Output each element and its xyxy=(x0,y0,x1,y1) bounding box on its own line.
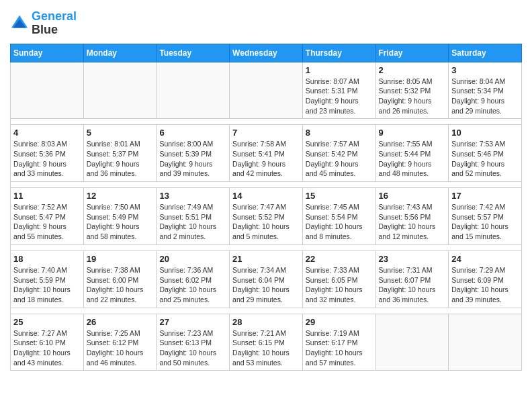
calendar-week-row: 11Sunrise: 7:52 AM Sunset: 5:47 PM Dayli… xyxy=(11,188,522,245)
calendar-week-row: 18Sunrise: 7:40 AM Sunset: 5:59 PM Dayli… xyxy=(11,250,522,308)
day-info: Sunrise: 8:07 AM Sunset: 5:31 PM Dayligh… xyxy=(306,77,373,116)
day-number: 15 xyxy=(306,191,373,201)
calendar-cell: 19Sunrise: 7:38 AM Sunset: 6:00 PM Dayli… xyxy=(83,250,157,308)
logo: General Blue xyxy=(10,10,77,37)
calendar-cell: 17Sunrise: 7:42 AM Sunset: 5:57 PM Dayli… xyxy=(449,188,522,245)
day-number: 5 xyxy=(87,128,154,138)
day-info: Sunrise: 7:43 AM Sunset: 5:56 PM Dayligh… xyxy=(379,202,446,242)
calendar-cell: 29Sunrise: 7:19 AM Sunset: 6:17 PM Dayli… xyxy=(302,314,375,371)
day-of-week-header: Friday xyxy=(375,44,449,62)
calendar-week-row: 1Sunrise: 8:07 AM Sunset: 5:31 PM Daylig… xyxy=(11,62,522,119)
calendar-week-row: 4Sunrise: 8:03 AM Sunset: 5:36 PM Daylig… xyxy=(11,125,522,182)
page-header: General Blue xyxy=(10,10,522,37)
day-info: Sunrise: 7:42 AM Sunset: 5:57 PM Dayligh… xyxy=(451,202,519,242)
calendar-cell: 25Sunrise: 7:27 AM Sunset: 6:10 PM Dayli… xyxy=(11,314,84,371)
day-number: 1 xyxy=(306,65,373,75)
calendar-cell: 13Sunrise: 7:49 AM Sunset: 5:51 PM Dayli… xyxy=(157,188,230,245)
calendar-cell: 26Sunrise: 7:25 AM Sunset: 6:12 PM Dayli… xyxy=(83,314,157,371)
day-number: 6 xyxy=(159,128,226,138)
calendar-week-row: 25Sunrise: 7:27 AM Sunset: 6:10 PM Dayli… xyxy=(11,314,522,371)
day-info: Sunrise: 7:33 AM Sunset: 6:05 PM Dayligh… xyxy=(306,265,373,305)
day-info: Sunrise: 7:23 AM Sunset: 6:13 PM Dayligh… xyxy=(159,328,226,368)
day-info: Sunrise: 7:27 AM Sunset: 6:10 PM Dayligh… xyxy=(13,328,81,368)
calendar-cell xyxy=(157,62,230,119)
calendar-cell xyxy=(83,62,157,119)
day-info: Sunrise: 7:31 AM Sunset: 6:07 PM Dayligh… xyxy=(379,265,446,305)
calendar-cell: 12Sunrise: 7:50 AM Sunset: 5:49 PM Dayli… xyxy=(83,188,157,245)
day-number: 26 xyxy=(87,317,154,327)
day-number: 24 xyxy=(451,254,519,264)
day-info: Sunrise: 7:29 AM Sunset: 6:09 PM Dayligh… xyxy=(451,265,519,305)
day-of-week-header: Wednesday xyxy=(230,44,303,62)
day-info: Sunrise: 7:34 AM Sunset: 6:04 PM Dayligh… xyxy=(232,265,300,305)
calendar-cell xyxy=(449,314,522,371)
calendar-cell: 28Sunrise: 7:21 AM Sunset: 6:15 PM Dayli… xyxy=(230,314,303,371)
day-info: Sunrise: 8:04 AM Sunset: 5:34 PM Dayligh… xyxy=(451,77,519,116)
day-info: Sunrise: 7:45 AM Sunset: 5:54 PM Dayligh… xyxy=(306,202,373,242)
day-info: Sunrise: 7:53 AM Sunset: 5:46 PM Dayligh… xyxy=(451,139,519,179)
day-info: Sunrise: 7:21 AM Sunset: 6:15 PM Dayligh… xyxy=(232,328,300,368)
day-of-week-header: Sunday xyxy=(11,44,84,62)
calendar-cell: 11Sunrise: 7:52 AM Sunset: 5:47 PM Dayli… xyxy=(11,188,84,245)
calendar-cell: 16Sunrise: 7:43 AM Sunset: 5:56 PM Dayli… xyxy=(375,188,449,245)
day-of-week-header: Thursday xyxy=(302,44,375,62)
calendar-cell: 6Sunrise: 8:00 AM Sunset: 5:39 PM Daylig… xyxy=(157,125,230,182)
calendar-cell: 23Sunrise: 7:31 AM Sunset: 6:07 PM Dayli… xyxy=(375,250,449,308)
calendar-table: SundayMondayTuesdayWednesdayThursdayFrid… xyxy=(10,44,522,371)
day-number: 20 xyxy=(159,254,226,264)
calendar-cell xyxy=(230,62,303,119)
day-number: 25 xyxy=(13,317,81,327)
calendar-cell: 22Sunrise: 7:33 AM Sunset: 6:05 PM Dayli… xyxy=(302,250,375,308)
day-number: 10 xyxy=(451,128,519,138)
day-info: Sunrise: 7:25 AM Sunset: 6:12 PM Dayligh… xyxy=(87,328,154,368)
day-info: Sunrise: 7:40 AM Sunset: 5:59 PM Dayligh… xyxy=(13,265,81,305)
week-spacer-row xyxy=(11,182,522,188)
day-info: Sunrise: 8:00 AM Sunset: 5:39 PM Dayligh… xyxy=(159,139,226,179)
day-info: Sunrise: 7:47 AM Sunset: 5:52 PM Dayligh… xyxy=(232,202,300,242)
day-info: Sunrise: 7:38 AM Sunset: 6:00 PM Dayligh… xyxy=(87,265,154,305)
day-info: Sunrise: 7:50 AM Sunset: 5:49 PM Dayligh… xyxy=(87,202,154,242)
day-of-week-header: Tuesday xyxy=(157,44,230,62)
week-spacer-row xyxy=(11,244,522,250)
day-number: 9 xyxy=(379,128,446,138)
day-number: 18 xyxy=(13,254,81,264)
calendar-cell: 4Sunrise: 8:03 AM Sunset: 5:36 PM Daylig… xyxy=(11,125,84,182)
day-number: 7 xyxy=(232,128,300,138)
day-number: 13 xyxy=(159,191,226,201)
day-number: 2 xyxy=(379,65,446,75)
day-info: Sunrise: 7:55 AM Sunset: 5:44 PM Dayligh… xyxy=(379,139,446,179)
day-number: 23 xyxy=(379,254,446,264)
calendar-cell: 20Sunrise: 7:36 AM Sunset: 6:02 PM Dayli… xyxy=(157,250,230,308)
calendar-cell: 8Sunrise: 7:57 AM Sunset: 5:42 PM Daylig… xyxy=(302,125,375,182)
week-spacer-row xyxy=(11,308,522,314)
logo-text: General Blue xyxy=(32,10,77,37)
calendar-cell: 5Sunrise: 8:01 AM Sunset: 5:37 PM Daylig… xyxy=(83,125,157,182)
day-number: 21 xyxy=(232,254,300,264)
day-info: Sunrise: 7:19 AM Sunset: 6:17 PM Dayligh… xyxy=(306,328,373,368)
day-number: 12 xyxy=(87,191,154,201)
day-number: 3 xyxy=(451,65,519,75)
logo-icon xyxy=(10,14,29,33)
calendar-cell: 7Sunrise: 7:58 AM Sunset: 5:41 PM Daylig… xyxy=(230,125,303,182)
day-number: 8 xyxy=(306,128,373,138)
calendar-cell: 9Sunrise: 7:55 AM Sunset: 5:44 PM Daylig… xyxy=(375,125,449,182)
day-of-week-header: Saturday xyxy=(449,44,522,62)
day-number: 28 xyxy=(232,317,300,327)
day-number: 29 xyxy=(306,317,373,327)
calendar-cell: 24Sunrise: 7:29 AM Sunset: 6:09 PM Dayli… xyxy=(449,250,522,308)
calendar-cell: 1Sunrise: 8:07 AM Sunset: 5:31 PM Daylig… xyxy=(302,62,375,119)
day-info: Sunrise: 7:58 AM Sunset: 5:41 PM Dayligh… xyxy=(232,139,300,179)
calendar-cell xyxy=(11,62,84,119)
day-info: Sunrise: 8:03 AM Sunset: 5:36 PM Dayligh… xyxy=(13,139,81,179)
day-number: 14 xyxy=(232,191,300,201)
calendar-cell: 27Sunrise: 7:23 AM Sunset: 6:13 PM Dayli… xyxy=(157,314,230,371)
calendar-cell: 2Sunrise: 8:05 AM Sunset: 5:32 PM Daylig… xyxy=(375,62,449,119)
day-number: 4 xyxy=(13,128,81,138)
day-number: 11 xyxy=(13,191,81,201)
day-number: 27 xyxy=(159,317,226,327)
calendar-cell: 3Sunrise: 8:04 AM Sunset: 5:34 PM Daylig… xyxy=(449,62,522,119)
calendar-cell: 14Sunrise: 7:47 AM Sunset: 5:52 PM Dayli… xyxy=(230,188,303,245)
day-info: Sunrise: 7:52 AM Sunset: 5:47 PM Dayligh… xyxy=(13,202,81,242)
day-number: 16 xyxy=(379,191,446,201)
calendar-cell: 10Sunrise: 7:53 AM Sunset: 5:46 PM Dayli… xyxy=(449,125,522,182)
